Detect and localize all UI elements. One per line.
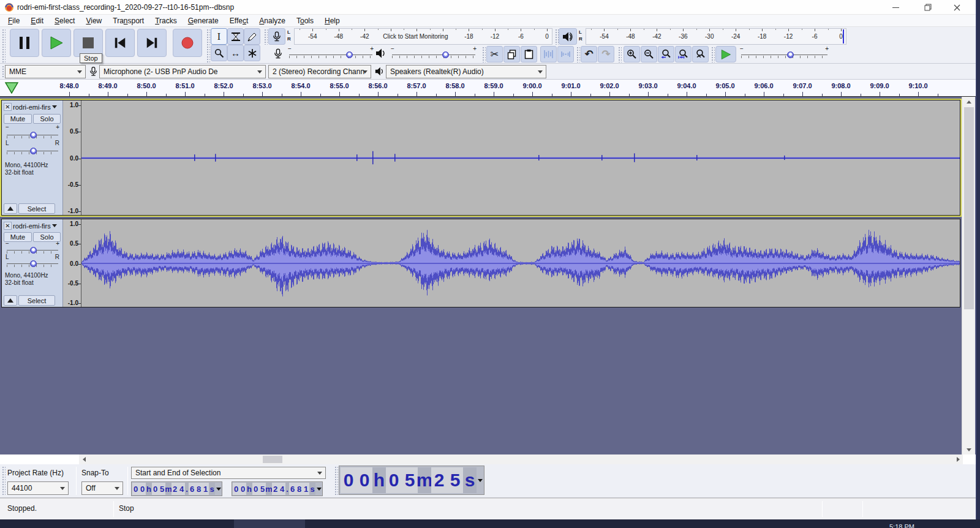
- track-1[interactable]: ✕ rodri-emi-firs Mute Solo − + L R: [1, 100, 960, 216]
- track-select-button[interactable]: Select: [18, 203, 55, 214]
- time-separator[interactable]: m: [165, 483, 172, 495]
- draw-tool-button[interactable]: [244, 28, 260, 45]
- record-button[interactable]: [173, 29, 202, 57]
- time-digit[interactable]: 8: [296, 483, 303, 495]
- time-digit[interactable]: 0: [239, 483, 246, 495]
- play-meter-button[interactable]: [559, 28, 577, 45]
- vertical-scroll-thumb[interactable]: [964, 107, 974, 309]
- scroll-right-button[interactable]: [953, 454, 963, 464]
- waveform-canvas[interactable]: [81, 219, 960, 307]
- track-pan-slider[interactable]: L R: [6, 256, 59, 268]
- vertical-scrollbar[interactable]: [962, 97, 975, 454]
- time-digit[interactable]: 5: [447, 467, 463, 493]
- collapse-track-button[interactable]: [4, 203, 17, 214]
- play-speed-thumb[interactable]: [787, 51, 794, 58]
- track-pan-slider[interactable]: L R: [6, 142, 59, 156]
- zoom-toggle-button[interactable]: [692, 46, 709, 62]
- scroll-left-button[interactable]: [79, 454, 89, 464]
- play-at-speed-button[interactable]: [715, 46, 736, 62]
- time-digit[interactable]: 1: [202, 483, 209, 495]
- trim-audio-button[interactable]: [540, 46, 557, 62]
- restore-button[interactable]: [914, 0, 941, 15]
- time-digit[interactable]: 8: [195, 483, 202, 495]
- menu-analyze[interactable]: Analyze: [254, 15, 291, 26]
- solo-button[interactable]: Solo: [33, 114, 61, 124]
- time-digit[interactable]: 4: [279, 483, 285, 495]
- time-separator[interactable]: s: [209, 483, 215, 495]
- fit-project-button[interactable]: [675, 46, 692, 62]
- menu-help[interactable]: Help: [319, 15, 345, 26]
- audio-host-select[interactable]: MME: [5, 65, 86, 78]
- track-close-button[interactable]: ✕: [4, 103, 12, 111]
- time-digit[interactable]: 2: [431, 467, 447, 493]
- recording-channels-select[interactable]: 2 (Stereo) Recording Chann: [268, 65, 371, 78]
- menu-transport[interactable]: Transport: [107, 15, 149, 26]
- menu-edit[interactable]: Edit: [25, 15, 49, 26]
- time-digit[interactable]: 0: [341, 467, 356, 493]
- record-meter-button[interactable]: [268, 28, 285, 45]
- track-1-waveform[interactable]: [81, 100, 960, 215]
- envelope-tool-button[interactable]: [227, 28, 244, 45]
- time-separator[interactable]: h: [146, 483, 152, 495]
- track-gain-slider[interactable]: − +: [6, 126, 59, 140]
- menu-tracks[interactable]: Tracks: [149, 15, 183, 26]
- undo-group-grip[interactable]: [576, 46, 580, 62]
- playback-volume-thumb[interactable]: [442, 51, 449, 58]
- time-digit[interactable]: 0: [132, 483, 139, 495]
- audio-position-display[interactable]: 00h05m25s: [339, 466, 484, 495]
- time-separator[interactable]: m: [418, 467, 431, 493]
- time-digit[interactable]: 0: [386, 467, 402, 493]
- track-close-button[interactable]: ✕: [4, 222, 12, 230]
- record-meter-grip[interactable]: [263, 28, 268, 45]
- menu-tools[interactable]: Tools: [291, 15, 319, 26]
- selection-toolbar-grip[interactable]: [1, 466, 6, 496]
- horizontal-scroll-thumb[interactable]: [263, 456, 282, 463]
- recording-meter[interactable]: -54-48-42-18-12-60Click to Start Monitor…: [294, 28, 552, 45]
- time-digit[interactable]: 4: [178, 483, 185, 495]
- time-digit[interactable]: 0: [233, 483, 239, 495]
- playback-device-select[interactable]: Speakers (Realtek(R) Audio): [386, 65, 546, 78]
- pause-button[interactable]: [10, 29, 39, 57]
- selection-mode-select[interactable]: Start and End of Selection: [131, 467, 326, 479]
- skip-to-end-button[interactable]: [137, 29, 167, 57]
- track-name-menu[interactable]: rodri-emi-firs: [13, 221, 61, 230]
- time-separator[interactable]: s: [463, 467, 477, 493]
- mute-button[interactable]: Mute: [4, 114, 32, 124]
- minimize-button[interactable]: [882, 0, 910, 15]
- selection-start-field[interactable]: 00h05m24.681s: [131, 481, 222, 496]
- time-digit[interactable]: 0: [139, 483, 146, 495]
- selection-end-field[interactable]: 00h05m24.681s: [232, 481, 323, 496]
- time-toolbar-grip[interactable]: [334, 466, 338, 496]
- time-digit[interactable]: 5: [402, 467, 418, 493]
- undo-button[interactable]: ↶: [581, 46, 597, 62]
- timeline-ruler[interactable]: 8:48.08:49.08:50.08:51.08:52.08:53.08:54…: [0, 80, 976, 97]
- project-rate-select[interactable]: 44100: [7, 481, 69, 495]
- time-digit[interactable]: 1: [303, 483, 309, 495]
- scroll-down-button[interactable]: [962, 445, 976, 454]
- menu-select[interactable]: Select: [49, 15, 80, 26]
- track-select-button[interactable]: Select: [18, 295, 55, 306]
- horizontal-scrollbar[interactable]: [79, 454, 963, 464]
- time-digit[interactable]: 0: [252, 483, 259, 495]
- silence-audio-button[interactable]: [557, 46, 574, 62]
- track-1-vertical-ruler[interactable]: 1.00.50.0-0.5-1.0: [63, 100, 81, 215]
- zoom-out-button[interactable]: [641, 46, 657, 62]
- scroll-up-button[interactable]: [962, 97, 976, 107]
- play-meter-grip[interactable]: [554, 28, 559, 45]
- snap-to-select[interactable]: Off: [81, 481, 123, 495]
- tools-toolbar-grip[interactable]: [206, 28, 210, 62]
- close-button[interactable]: [943, 0, 971, 15]
- play-speed-slider[interactable]: − +: [740, 46, 829, 62]
- copy-button[interactable]: [503, 46, 520, 62]
- zoom-group-grip[interactable]: [617, 46, 622, 62]
- menu-file[interactable]: File: [2, 15, 25, 26]
- windows-taskbar[interactable]: 5:18 PM: [0, 519, 980, 528]
- track-name-menu[interactable]: rodri-emi-firs: [13, 102, 61, 111]
- recording-device-select[interactable]: Microphone (2- USB PnP Audio De: [99, 65, 266, 78]
- time-digit[interactable]: 2: [272, 483, 279, 495]
- zoom-in-button[interactable]: [624, 46, 640, 62]
- time-digit[interactable]: 6: [189, 483, 195, 495]
- skip-to-start-button[interactable]: [105, 29, 135, 57]
- time-separator[interactable]: h: [246, 483, 252, 495]
- redo-button[interactable]: ↷: [598, 46, 614, 62]
